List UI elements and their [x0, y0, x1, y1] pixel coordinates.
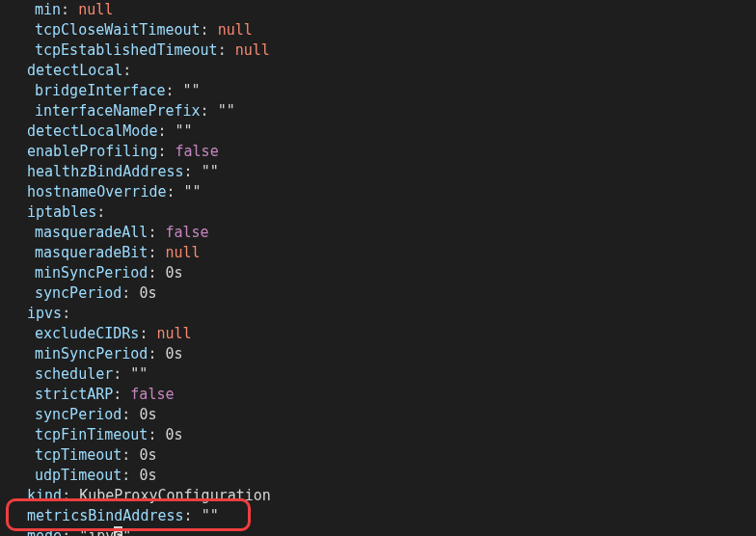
colon: :: [122, 284, 130, 302]
code-line: tcpEstablishedTimeout: null: [0, 40, 756, 61]
yaml-value: false: [165, 224, 208, 241]
yaml-key: syncPeriod: [35, 406, 122, 423]
code-line: enableProfiling: false: [0, 142, 756, 162]
code-line: iptables:: [0, 202, 756, 223]
code-line: minSyncPeriod: 0s: [0, 344, 756, 364]
code-line: detectLocal:: [0, 61, 756, 81]
yaml-key: syncPeriod: [35, 284, 122, 302]
yaml-key: hostnameOverride: [27, 183, 167, 201]
colon: :: [113, 386, 122, 403]
yaml-key: minSyncPeriod: [35, 345, 148, 362]
code-line: syncPeriod: 0s: [0, 405, 756, 425]
colon: :: [96, 203, 105, 221]
yaml-key: healthzBindAddress: [27, 163, 184, 180]
yaml-value: "": [202, 163, 219, 180]
yaml-value: 0s: [139, 467, 156, 484]
colon: :: [122, 446, 130, 464]
yaml-key: ipvs: [27, 305, 62, 322]
colon: :: [148, 264, 156, 281]
code-line: detectLocalMode: "": [0, 121, 756, 142]
code-line: syncPeriod: 0s: [0, 283, 756, 304]
code-line: hostnameOverride: "": [0, 182, 756, 202]
colon: :: [184, 507, 193, 524]
code-line: kind: KubeProxyConfiguration: [0, 486, 756, 506]
colon: :: [184, 163, 193, 180]
colon: :: [148, 224, 156, 241]
yaml-key: iptables: [27, 203, 96, 221]
yaml-value: "": [202, 507, 219, 524]
code-line: healthzBindAddress: "": [0, 162, 756, 182]
colon: :: [62, 527, 70, 536]
yaml-value: "": [218, 102, 235, 120]
colon: :: [61, 1, 69, 18]
yaml-key: masqueradeAll: [35, 224, 148, 241]
colon: :: [122, 467, 130, 484]
yaml-key: strictARP: [35, 386, 113, 403]
yaml-key: udpTimeout: [35, 467, 122, 484]
yaml-editor[interactable]: min: nulltcpCloseWaitTimeout: nulltcpEst…: [0, 0, 756, 536]
colon: :: [157, 143, 166, 160]
yaml-key: tcpCloseWaitTimeout: [35, 21, 201, 39]
code-line: excludeCIDRs: null: [0, 324, 756, 344]
code-line: masqueradeBit: null: [0, 243, 756, 263]
colon: :: [165, 82, 174, 99]
colon: :: [148, 426, 156, 443]
yaml-key: tcpTimeout: [35, 446, 122, 464]
yaml-key: minSyncPeriod: [35, 264, 148, 281]
yaml-value: null: [78, 1, 113, 18]
yaml-value: false: [130, 386, 174, 403]
colon: :: [122, 406, 130, 423]
yaml-key: excludeCIDRs: [35, 325, 139, 342]
yaml-key: mode: [27, 527, 62, 536]
yaml-key: enableProfiling: [27, 143, 157, 160]
colon: :: [201, 102, 209, 120]
yaml-value: null: [156, 325, 191, 342]
yaml-key: interfaceNamePrefix: [35, 102, 201, 120]
yaml-value: 0s: [165, 426, 182, 443]
colon: :: [218, 41, 227, 59]
colon: :: [148, 244, 156, 261]
yaml-key: kind: [27, 487, 62, 504]
code-line: bridgeInterface: "": [0, 81, 756, 101]
yaml-value: "": [176, 122, 193, 140]
yaml-key: scheduler: [35, 365, 113, 383]
yaml-value: 0s: [165, 345, 182, 362]
code-line: strictARP: false: [0, 385, 756, 405]
code-line: interfaceNamePrefix: "": [0, 101, 756, 121]
yaml-key: metricsBindAddress: [27, 507, 184, 524]
code-line: masqueradeAll: false: [0, 223, 756, 243]
yaml-key: tcpFinTimeout: [35, 426, 148, 443]
code-line: tcpCloseWaitTimeout: null: [0, 20, 756, 40]
code-line: udpTimeout: 0s: [0, 466, 756, 486]
yaml-value: KubeProxyConfiguration: [79, 487, 271, 504]
code-line: metricsBindAddress: "": [0, 506, 756, 526]
colon: :: [201, 21, 209, 39]
yaml-value: null: [218, 21, 253, 39]
yaml-value: 0s: [139, 406, 156, 423]
colon: :: [167, 183, 176, 201]
yaml-value: 0s: [139, 446, 156, 464]
colon: :: [148, 345, 156, 362]
code-line: mode: "ipvs": [0, 526, 756, 536]
yaml-value: null: [235, 41, 270, 59]
colon: :: [62, 487, 70, 504]
colon: :: [139, 325, 148, 342]
yaml-value: 0s: [165, 264, 182, 281]
colon: :: [113, 365, 122, 383]
code-line: tcpFinTimeout: 0s: [0, 425, 756, 445]
colon: :: [62, 305, 70, 322]
code-line: scheduler: "": [0, 364, 756, 385]
code-line: minSyncPeriod: 0s: [0, 263, 756, 283]
yaml-value: 0s: [139, 284, 156, 302]
yaml-key: detectLocal: [27, 62, 122, 79]
cursor: s: [114, 526, 122, 536]
yaml-value: "": [130, 365, 148, 383]
code-line: tcpTimeout: 0s: [0, 445, 756, 466]
yaml-value: false: [176, 143, 219, 160]
code-line: min: null: [0, 0, 756, 20]
yaml-value: "": [183, 82, 201, 99]
code-line: ipvs:: [0, 304, 756, 324]
yaml-key: detectLocalMode: [27, 122, 157, 140]
colon: :: [157, 122, 166, 140]
yaml-key: tcpEstablishedTimeout: [35, 41, 218, 59]
